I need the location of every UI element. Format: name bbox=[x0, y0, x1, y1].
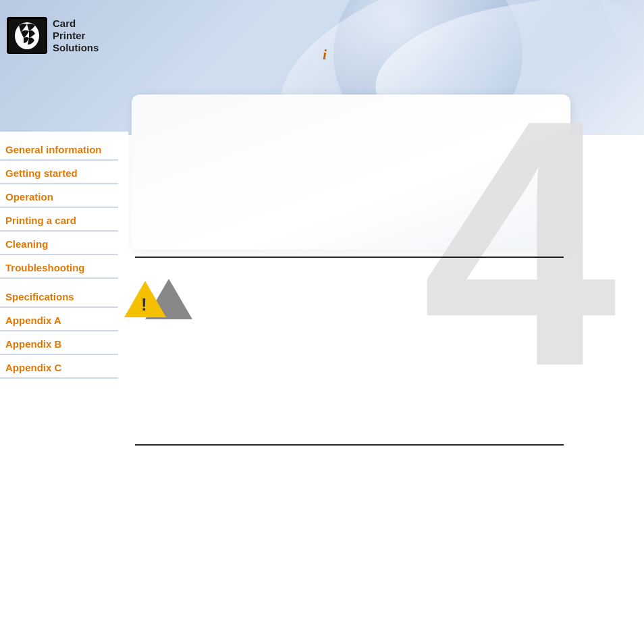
warning-inner: ! bbox=[124, 281, 166, 317]
sidebar-item-appendix-b[interactable]: Appendix B bbox=[0, 333, 118, 355]
divider-bottom bbox=[135, 444, 564, 446]
sidebar-item-appendix-c[interactable]: Appendix C bbox=[0, 356, 118, 379]
sidebar-item-cleaning[interactable]: Cleaning bbox=[0, 233, 118, 255]
sidebar-item-printing-a-card[interactable]: Printing a card bbox=[0, 209, 118, 232]
nav-spacer bbox=[0, 280, 128, 286]
zebra-logo-svg bbox=[9, 19, 46, 53]
sidebar-item-operation[interactable]: Operation bbox=[0, 186, 118, 208]
sidebar-item-troubleshooting[interactable]: Troubleshooting bbox=[0, 257, 118, 279]
zebra-logo bbox=[7, 17, 47, 54]
logo-line1: Card bbox=[53, 18, 99, 30]
info-icon[interactable]: i bbox=[323, 46, 327, 63]
svg-point-1 bbox=[15, 22, 39, 49]
logo-text: Card Printer Solutions bbox=[53, 18, 99, 54]
divider-top bbox=[135, 257, 564, 258]
sidebar-item-appendix-a[interactable]: Appendix A bbox=[0, 309, 118, 331]
warning-icon: ! bbox=[145, 279, 186, 319]
logo-line2: Printer bbox=[53, 30, 99, 42]
sidebar-item-specifications[interactable]: Specifications bbox=[0, 286, 118, 308]
sidebar-item-general-information[interactable]: General information bbox=[0, 138, 118, 161]
logo-line3: Solutions bbox=[53, 42, 99, 54]
warning-exclaim: ! bbox=[141, 294, 147, 315]
sidebar-item-getting-started[interactable]: Getting started bbox=[0, 162, 118, 184]
chapter-number: 4 bbox=[422, 68, 617, 419]
logo-area: Card Printer Solutions bbox=[7, 17, 99, 54]
sidebar-nav: General information Getting started Oper… bbox=[0, 132, 128, 380]
